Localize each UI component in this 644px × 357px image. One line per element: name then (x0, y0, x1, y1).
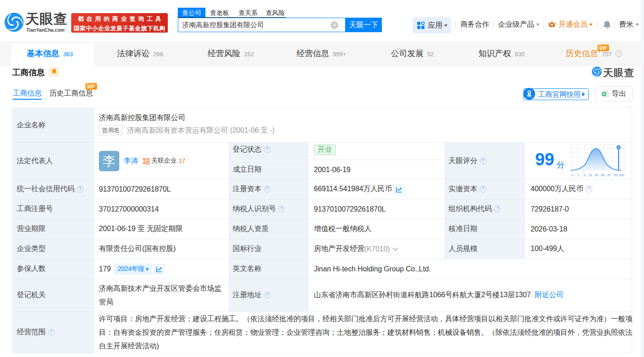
svg-text:50: 50 (595, 173, 599, 177)
svg-text:?: ? (618, 52, 620, 56)
svg-text:0: 0 (571, 173, 574, 177)
svg-text:85: 85 (601, 173, 605, 177)
svg-text:1: 1 (578, 173, 580, 177)
svg-text:99: 99 (614, 173, 618, 177)
svg-text:3: 3 (584, 173, 586, 177)
svg-text:100: 100 (618, 173, 624, 177)
svg-text:97: 97 (607, 173, 611, 177)
svg-text:15: 15 (588, 173, 592, 177)
